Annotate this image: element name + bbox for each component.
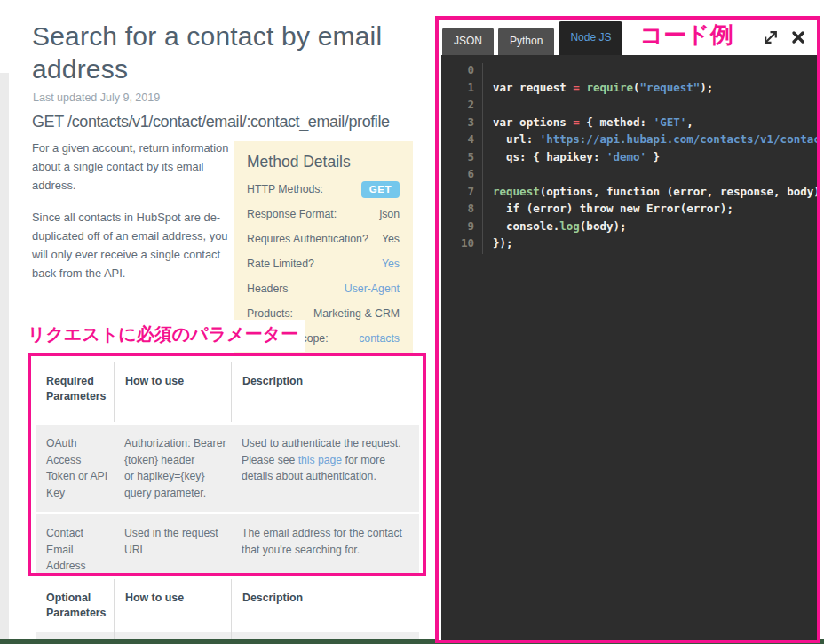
- code-text: console.log(body);: [482, 219, 817, 237]
- method-detail-link[interactable]: User-Agent: [345, 282, 400, 295]
- code-line: 8 if (error) throw new Error(error);: [441, 202, 817, 219]
- code-line: 7request(options, function (error, respo…: [441, 185, 817, 203]
- code-token: request: [493, 185, 540, 198]
- code-token: =: [573, 115, 580, 129]
- code-token: var options: [493, 115, 573, 129]
- code-token: (: [633, 81, 640, 94]
- code-token: });: [493, 236, 513, 250]
- how-to-use-cell: Authorization: Bearer {token} header or …: [114, 425, 231, 512]
- parameter-cell: Contact Email Address: [36, 514, 114, 576]
- code-text: [482, 167, 817, 185]
- line-number: 6: [441, 167, 482, 185]
- code-token: qs: { hapikey:: [493, 150, 606, 163]
- code-line: 9 console.log(body);: [441, 219, 817, 237]
- code-text: if (error) throw new Error(error);: [482, 202, 817, 219]
- endpoint-signature: GET /contacts/v1/contact/email/:contact_…: [32, 113, 390, 131]
- table-header-row: Required ParametersHow to useDescription: [36, 362, 419, 422]
- optional-params-table: Optional ParametersHow to useDescription: [36, 579, 419, 639]
- column-header: Required Parameters: [36, 362, 114, 422]
- code-text: [482, 63, 817, 81]
- line-number: 3: [441, 115, 482, 133]
- column-header: Optional Parameters: [36, 579, 114, 639]
- column-header: Description: [231, 579, 419, 639]
- method-detail-row: HeadersUser-Agent: [247, 276, 400, 301]
- code-token: url:: [493, 132, 540, 146]
- method-detail-row: Response Format:json: [247, 202, 400, 227]
- code-token: var request: [493, 81, 573, 94]
- docs-page: Search for a contact by email address La…: [0, 0, 824, 644]
- code-lines: 01var request = require("request");23var…: [441, 63, 817, 254]
- column-header: Description: [231, 362, 419, 422]
- code-example-panel: JSONPythonNode JS コード例: [435, 16, 820, 643]
- line-number: 1: [441, 81, 482, 99]
- code-token: log: [559, 219, 580, 233]
- line-number: 8: [441, 202, 482, 219]
- code-token: 'https://api.hubapi.com/contacts/v1/cont…: [540, 132, 817, 146]
- code-text: request(options, function (error, respon…: [482, 185, 817, 203]
- method-detail-row: Rate Limited?Yes: [247, 251, 400, 276]
- method-detail-link[interactable]: contacts: [359, 332, 400, 345]
- annotation-required-params: リクエストに必須のパラメーター: [20, 320, 305, 352]
- get-method-badge: GET: [361, 181, 400, 198]
- code-token: ,: [686, 115, 693, 129]
- method-detail-label: Products:: [247, 307, 293, 320]
- close-icon[interactable]: [790, 29, 806, 45]
- required-params-highlight-box: Required ParametersHow to useDescription…: [28, 353, 426, 576]
- code-token: if (error) throw new Error(error);: [493, 202, 733, 215]
- code-line: 5 qs: { hapikey: 'demo' }: [441, 150, 817, 168]
- line-number: 0: [441, 63, 482, 81]
- method-detail-label: Requires Authentication?: [247, 233, 368, 245]
- description-link[interactable]: this page: [298, 454, 342, 466]
- tab-python[interactable]: Python: [498, 28, 554, 55]
- code-panel-actions: [763, 29, 806, 45]
- method-detail-label: Response Format:: [247, 208, 337, 220]
- page-title: Search for a contact by email address: [32, 20, 433, 85]
- code-tabs: JSONPythonNode JS: [442, 21, 627, 55]
- code-line: 2: [441, 98, 817, 115]
- code-panel-header: JSONPythonNode JS コード例: [439, 20, 817, 55]
- code-line: 0: [441, 63, 817, 81]
- code-line: 4 url: 'https://api.hubapi.com/contacts/…: [441, 132, 817, 150]
- description-cell: The email address for the contact that y…: [231, 514, 419, 576]
- required-params-table: Required ParametersHow to useDescription…: [36, 362, 419, 576]
- parameter-cell: OAuth Access Token or API Key: [36, 425, 114, 512]
- code-text: var request = require("request");: [482, 81, 817, 99]
- line-number: 2: [441, 98, 482, 115]
- code-text: });: [482, 236, 817, 254]
- method-detail-value: Yes: [382, 233, 400, 245]
- description-cell: Used to authenticate the request. Please…: [231, 425, 419, 512]
- code-text: qs: { hapikey: 'demo' }: [482, 150, 817, 168]
- expand-icon[interactable]: [763, 29, 779, 45]
- method-detail-label: HTTP Methods:: [247, 183, 323, 195]
- how-to-use-cell: Used in the request URL: [114, 514, 231, 576]
- table-row: OAuth Access Token or API KeyAuthorizati…: [36, 425, 419, 512]
- line-number: 5: [441, 150, 482, 168]
- line-number: 7: [441, 185, 482, 203]
- annotation-code-example: コード例: [639, 21, 733, 48]
- method-details-heading: Method Details: [247, 153, 400, 171]
- code-token: require: [586, 81, 633, 94]
- table-row: Contact Email AddressUsed in the request…: [36, 514, 419, 576]
- method-detail-row: HTTP Methods:GET: [247, 177, 400, 202]
- code-token: );: [700, 81, 713, 94]
- tab-node-js[interactable]: Node JS: [559, 21, 622, 55]
- table-header-row: Optional ParametersHow to useDescription: [36, 579, 419, 639]
- description-text: For a given account, return information …: [32, 139, 234, 296]
- code-token: (body);: [580, 219, 627, 233]
- method-detail-label: Rate Limited?: [247, 258, 314, 270]
- method-detail-value: Marketing & CRM: [313, 307, 400, 320]
- method-detail-label: Headers: [247, 282, 288, 295]
- tab-json[interactable]: JSON: [442, 28, 494, 55]
- code-token: { method:: [580, 115, 654, 129]
- code-editor[interactable]: 01var request = require("request");23var…: [441, 55, 817, 640]
- code-line: 1var request = require("request");: [441, 81, 817, 99]
- code-token: }: [646, 150, 660, 163]
- code-text: url: 'https://api.hubapi.com/contacts/v1…: [482, 132, 817, 150]
- code-token: "request": [640, 81, 701, 94]
- column-header: How to use: [114, 579, 231, 639]
- method-detail-link[interactable]: Yes: [382, 258, 400, 270]
- column-header: How to use: [114, 362, 231, 422]
- code-text: var options = { method: 'GET',: [482, 115, 817, 133]
- code-line: 3var options = { method: 'GET',: [441, 115, 817, 133]
- paragraph: For a given account, return information …: [32, 139, 234, 195]
